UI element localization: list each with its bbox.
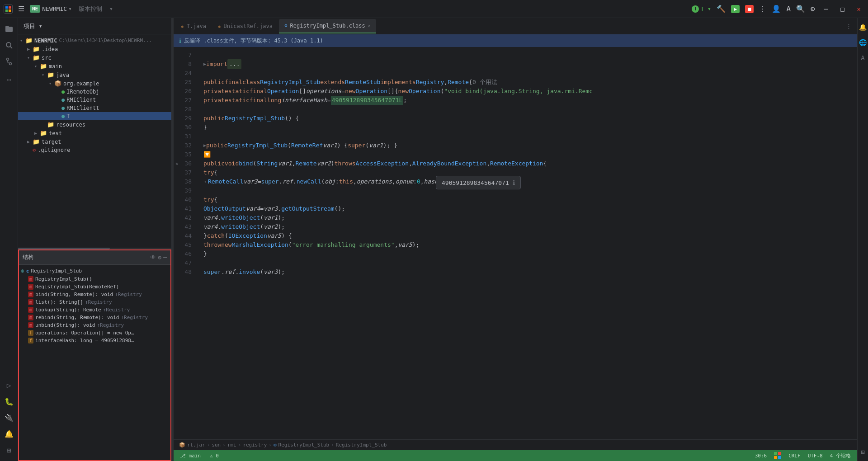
minimize-button[interactable]: ─ xyxy=(821,4,831,14)
gutter-icon-36: ↻ xyxy=(175,159,178,168)
status-encoding[interactable]: UTF-8 xyxy=(805,452,826,459)
code-line-27: private static final long interfaceHash … xyxy=(196,96,857,105)
tree-item-gitignore[interactable]: ▶ ⊘ .gitignore xyxy=(18,146,171,154)
tree-item-test[interactable]: ▶ 📁 test xyxy=(18,129,171,137)
tree-item-rmiclient[interactable]: ▶ ● RMIClient xyxy=(18,96,171,104)
title-bar: ☰ NE NEWRMIC ▾ 版本控制 ▾ T T ▾ 🔨 ▶ ■ ⋮ 👤 A … xyxy=(0,0,868,18)
tree-item-t[interactable]: ▶ ● T xyxy=(18,112,171,120)
status-indent[interactable]: 4 个缩格 xyxy=(827,452,854,459)
more-options-icon[interactable]: ⋮ xyxy=(759,5,766,13)
build-icon[interactable]: 🔨 xyxy=(717,5,726,13)
struct-item-unbind[interactable]: m unbind(String): void ↑Registry xyxy=(19,321,170,329)
project-panel-title[interactable]: 项目 ▾ xyxy=(24,22,42,30)
account-icon[interactable]: 👤 xyxy=(772,5,781,13)
line-num-40: 40 xyxy=(174,195,196,204)
version-control-label[interactable]: 版本控制 xyxy=(75,5,106,13)
structure-settings-icon[interactable]: ⚙ xyxy=(158,254,161,261)
sidebar-icon-notifications[interactable]: 🔔 xyxy=(2,427,16,441)
breadcrumb-jar-icon: 📦 xyxy=(179,442,185,448)
tab-actions[interactable]: ⋮ xyxy=(842,23,855,29)
status-warnings[interactable]: ⚠ 0 xyxy=(207,453,222,459)
sidebar-icon-more[interactable]: ⋯ xyxy=(2,72,16,87)
line-numbers: 7 8 24 25 26 27 28 29 30 31 32 35 ↻ 36 3… xyxy=(174,47,196,439)
close-button[interactable]: ✕ xyxy=(854,4,864,14)
hamburger-icon[interactable]: ☰ xyxy=(16,3,26,15)
tab-t-java[interactable]: ☕ T.java xyxy=(175,19,212,33)
stop-button[interactable]: ■ xyxy=(745,5,754,13)
right-icon-notifications[interactable]: 🔔 xyxy=(856,20,868,34)
struct-item-lookup[interactable]: m lookup(String): Remote ↑Registry xyxy=(19,306,170,314)
left-sidebar: ⋯ ▷ 🐛 🔌 🔔 ⊞ xyxy=(0,18,18,461)
structure-minimize-icon[interactable]: ─ xyxy=(163,254,167,261)
struct-item-class[interactable]: ⊕ c RegistryImpl_Stub xyxy=(19,267,170,275)
tree-item-resources[interactable]: ▶ 📁 resources xyxy=(18,120,171,129)
sidebar-icon-bottom[interactable]: ⊞ xyxy=(2,443,16,457)
line-num-46: 46 xyxy=(174,249,196,259)
code-line-8: ▶ import ... xyxy=(196,60,857,69)
app-logo xyxy=(4,5,13,14)
right-icon-git[interactable]: A xyxy=(856,51,868,65)
code-line-38: → RemoteCall var3 = super . ref . newCal… xyxy=(196,177,857,186)
breadcrumb-registryimpl-stub-method[interactable]: RegistryImpl_Stub xyxy=(336,442,387,448)
breadcrumb-sun[interactable]: sun xyxy=(212,442,221,448)
code-line-39 xyxy=(196,186,857,195)
sidebar-icon-vcs[interactable] xyxy=(2,54,16,69)
struct-item-bind[interactable]: m bind(String, Remote): void ↑Registry xyxy=(19,291,170,298)
sidebar-icon-folder[interactable] xyxy=(2,22,16,36)
structure-eye-icon[interactable]: 👁 xyxy=(150,254,156,261)
status-position[interactable]: 30:6 xyxy=(752,452,770,459)
version-control-arrow[interactable]: ▾ xyxy=(109,5,113,12)
struct-item-constructor2[interactable]: m RegistryImpl_Stub(RemoteRef) xyxy=(19,283,170,291)
structure-body: ⊕ c RegistryImpl_Stub m RegistryImpl_Stu… xyxy=(19,265,170,460)
sidebar-icon-plugins[interactable]: 🔌 xyxy=(2,410,16,425)
sidebar-icon-debug[interactable]: 🐛 xyxy=(2,394,16,409)
code-line-25: public final class RegistryImpl_Stub ext… xyxy=(196,78,857,87)
project-dropdown-arrow[interactable]: ▾ xyxy=(69,6,71,11)
breadcrumb-rmi[interactable]: rmi xyxy=(227,442,236,448)
code-content[interactable]: ▶ import ... public final class Registry… xyxy=(196,47,857,439)
title-bar-left: ☰ NE NEWRMIC ▾ 版本控制 ▾ xyxy=(4,3,113,15)
line-num-37: 37 xyxy=(174,168,196,177)
tree-item-java[interactable]: ▾ 📁 java xyxy=(18,71,171,79)
run-button[interactable]: ▶ xyxy=(731,5,740,13)
tree-item-org-example[interactable]: ▾ 📦 org.example xyxy=(18,79,171,88)
code-line-43: var4 . writeObject ( var2 ); xyxy=(196,222,857,231)
struct-item-list[interactable]: m list(): String[] ↑Registry xyxy=(19,298,170,306)
code-line-28 xyxy=(196,105,857,114)
line-num-36: ↻ 36 xyxy=(174,159,196,168)
tree-item-rmiclientt[interactable]: ▶ ● RMIClientt xyxy=(18,104,171,112)
struct-item-operations[interactable]: f operations: Operation[] = new Operatio xyxy=(19,329,170,337)
code-line-37: try { xyxy=(196,168,857,177)
tree-item-newrmic[interactable]: ▾ 📁 NEWRMIC C:\Users\14341\Desktop\NEWRM… xyxy=(18,36,171,45)
breadcrumb-registryimpl-stub-class[interactable]: RegistryImpl_Stub xyxy=(278,442,330,448)
translate-icon[interactable]: A xyxy=(786,5,791,13)
breadcrumb-class-icon: ⚙ xyxy=(274,442,277,448)
struct-item-rebind[interactable]: m rebind(String, Remote): void ↑Registry xyxy=(19,314,170,321)
settings-icon[interactable]: ⚙ xyxy=(811,5,815,13)
search-icon[interactable]: 🔍 xyxy=(796,5,805,13)
right-icon-bottom1[interactable]: ⊞ xyxy=(856,445,868,459)
tab-unicastref-java[interactable]: ☕ UnicastRef.java xyxy=(212,19,278,33)
status-branch[interactable]: ⎇ main xyxy=(177,453,203,459)
line-num-30: 30 xyxy=(174,123,196,132)
tooltip-value: 4905912898345647071 xyxy=(442,179,509,186)
tree-item-src[interactable]: ▾ 📁 src xyxy=(18,53,171,62)
breadcrumb-rtjar[interactable]: rt.jar xyxy=(187,442,205,448)
breadcrumb-registry[interactable]: registry xyxy=(243,442,267,448)
tree-item-iremoteobj[interactable]: ▶ ● IRemoteObj xyxy=(18,88,171,96)
tab-registryimpl-class[interactable]: ⚙ RegistryImpl_Stub.class ✕ xyxy=(279,19,376,33)
tooltip-info-icon[interactable]: ℹ xyxy=(513,179,515,186)
right-icon-database[interactable]: 🌐 xyxy=(856,35,868,50)
tree-item-main[interactable]: ▾ 📁 main xyxy=(18,62,171,71)
sidebar-icon-search[interactable] xyxy=(2,38,16,52)
tree-item-target[interactable]: ▶ 📁 target xyxy=(18,137,171,146)
status-lineending[interactable]: CRLF xyxy=(786,452,803,459)
tree-item-idea[interactable]: ▶ 📁 .idea xyxy=(18,45,171,53)
struct-item-interfacehash[interactable]: f interfaceHash: long = 49059128983456 xyxy=(19,337,170,344)
struct-item-constructor1[interactable]: m RegistryImpl_Stub() xyxy=(19,275,170,283)
maximize-button[interactable]: □ xyxy=(837,4,848,14)
tab-close-registryimpl[interactable]: ✕ xyxy=(368,23,371,28)
sidebar-icon-run[interactable]: ▷ xyxy=(2,378,16,392)
run-config[interactable]: T T ▾ xyxy=(692,5,711,13)
line-num-38: 38 xyxy=(174,177,196,186)
